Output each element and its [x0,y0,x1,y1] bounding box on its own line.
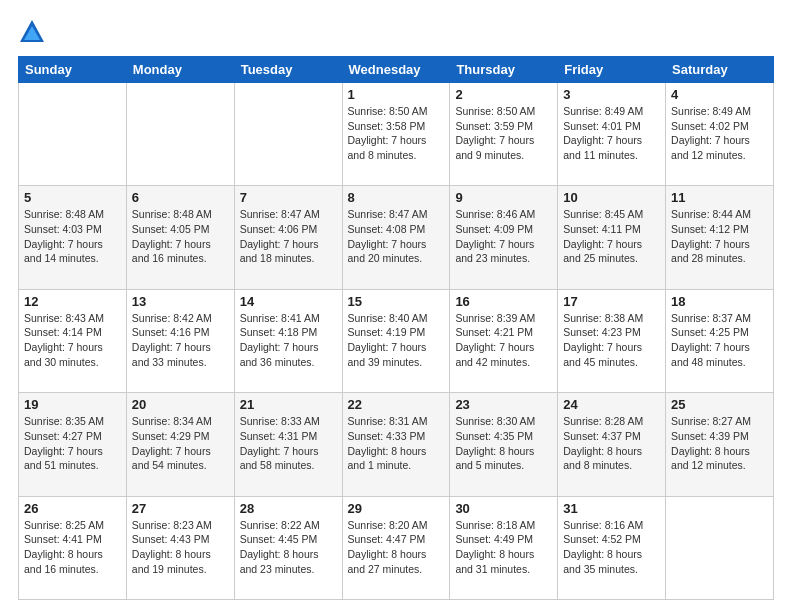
calendar-cell: 9Sunrise: 8:46 AMSunset: 4:09 PMDaylight… [450,186,558,289]
day-detail: Sunrise: 8:42 AMSunset: 4:16 PMDaylight:… [132,311,229,370]
day-detail: Sunrise: 8:50 AMSunset: 3:58 PMDaylight:… [348,104,445,163]
day-detail: Sunrise: 8:16 AMSunset: 4:52 PMDaylight:… [563,518,660,577]
day-detail: Sunrise: 8:41 AMSunset: 4:18 PMDaylight:… [240,311,337,370]
calendar-body: 1Sunrise: 8:50 AMSunset: 3:58 PMDaylight… [19,83,774,600]
day-detail: Sunrise: 8:31 AMSunset: 4:33 PMDaylight:… [348,414,445,473]
calendar-cell: 30Sunrise: 8:18 AMSunset: 4:49 PMDayligh… [450,496,558,599]
day-header-saturday: Saturday [666,57,774,83]
calendar-cell: 23Sunrise: 8:30 AMSunset: 4:35 PMDayligh… [450,393,558,496]
calendar-cell: 18Sunrise: 8:37 AMSunset: 4:25 PMDayligh… [666,289,774,392]
day-detail: Sunrise: 8:38 AMSunset: 4:23 PMDaylight:… [563,311,660,370]
day-detail: Sunrise: 8:37 AMSunset: 4:25 PMDaylight:… [671,311,768,370]
calendar-cell: 16Sunrise: 8:39 AMSunset: 4:21 PMDayligh… [450,289,558,392]
day-number: 21 [240,397,337,412]
day-number: 31 [563,501,660,516]
calendar-cell: 8Sunrise: 8:47 AMSunset: 4:08 PMDaylight… [342,186,450,289]
calendar-cell: 4Sunrise: 8:49 AMSunset: 4:02 PMDaylight… [666,83,774,186]
day-number: 7 [240,190,337,205]
day-number: 25 [671,397,768,412]
calendar-cell: 14Sunrise: 8:41 AMSunset: 4:18 PMDayligh… [234,289,342,392]
day-number: 11 [671,190,768,205]
day-detail: Sunrise: 8:48 AMSunset: 4:03 PMDaylight:… [24,207,121,266]
calendar-cell: 17Sunrise: 8:38 AMSunset: 4:23 PMDayligh… [558,289,666,392]
day-detail: Sunrise: 8:45 AMSunset: 4:11 PMDaylight:… [563,207,660,266]
calendar-cell: 25Sunrise: 8:27 AMSunset: 4:39 PMDayligh… [666,393,774,496]
calendar-cell: 19Sunrise: 8:35 AMSunset: 4:27 PMDayligh… [19,393,127,496]
day-detail: Sunrise: 8:25 AMSunset: 4:41 PMDaylight:… [24,518,121,577]
calendar-cell: 3Sunrise: 8:49 AMSunset: 4:01 PMDaylight… [558,83,666,186]
calendar-week-2: 5Sunrise: 8:48 AMSunset: 4:03 PMDaylight… [19,186,774,289]
calendar-cell: 13Sunrise: 8:42 AMSunset: 4:16 PMDayligh… [126,289,234,392]
day-header-friday: Friday [558,57,666,83]
logo-icon [18,18,46,46]
day-number: 18 [671,294,768,309]
day-number: 16 [455,294,552,309]
day-number: 24 [563,397,660,412]
page: SundayMondayTuesdayWednesdayThursdayFrid… [0,0,792,612]
calendar-week-3: 12Sunrise: 8:43 AMSunset: 4:14 PMDayligh… [19,289,774,392]
calendar-cell: 21Sunrise: 8:33 AMSunset: 4:31 PMDayligh… [234,393,342,496]
header [18,18,774,46]
day-detail: Sunrise: 8:49 AMSunset: 4:02 PMDaylight:… [671,104,768,163]
calendar-cell: 22Sunrise: 8:31 AMSunset: 4:33 PMDayligh… [342,393,450,496]
day-number: 17 [563,294,660,309]
calendar-cell: 5Sunrise: 8:48 AMSunset: 4:03 PMDaylight… [19,186,127,289]
logo [18,18,50,46]
day-detail: Sunrise: 8:50 AMSunset: 3:59 PMDaylight:… [455,104,552,163]
day-number: 3 [563,87,660,102]
day-detail: Sunrise: 8:20 AMSunset: 4:47 PMDaylight:… [348,518,445,577]
day-detail: Sunrise: 8:28 AMSunset: 4:37 PMDaylight:… [563,414,660,473]
day-detail: Sunrise: 8:48 AMSunset: 4:05 PMDaylight:… [132,207,229,266]
day-number: 9 [455,190,552,205]
calendar-cell [19,83,127,186]
calendar-cell: 15Sunrise: 8:40 AMSunset: 4:19 PMDayligh… [342,289,450,392]
day-number: 1 [348,87,445,102]
day-detail: Sunrise: 8:46 AMSunset: 4:09 PMDaylight:… [455,207,552,266]
day-number: 29 [348,501,445,516]
day-detail: Sunrise: 8:33 AMSunset: 4:31 PMDaylight:… [240,414,337,473]
day-number: 13 [132,294,229,309]
day-detail: Sunrise: 8:43 AMSunset: 4:14 PMDaylight:… [24,311,121,370]
calendar-cell: 1Sunrise: 8:50 AMSunset: 3:58 PMDaylight… [342,83,450,186]
day-number: 28 [240,501,337,516]
day-number: 23 [455,397,552,412]
calendar-cell: 31Sunrise: 8:16 AMSunset: 4:52 PMDayligh… [558,496,666,599]
calendar-cell [234,83,342,186]
day-header-tuesday: Tuesday [234,57,342,83]
day-number: 5 [24,190,121,205]
day-number: 15 [348,294,445,309]
calendar-cell [666,496,774,599]
calendar-cell: 27Sunrise: 8:23 AMSunset: 4:43 PMDayligh… [126,496,234,599]
calendar-week-5: 26Sunrise: 8:25 AMSunset: 4:41 PMDayligh… [19,496,774,599]
day-number: 22 [348,397,445,412]
calendar-cell: 29Sunrise: 8:20 AMSunset: 4:47 PMDayligh… [342,496,450,599]
day-number: 10 [563,190,660,205]
day-number: 30 [455,501,552,516]
calendar-cell: 12Sunrise: 8:43 AMSunset: 4:14 PMDayligh… [19,289,127,392]
day-header-thursday: Thursday [450,57,558,83]
day-detail: Sunrise: 8:47 AMSunset: 4:08 PMDaylight:… [348,207,445,266]
day-number: 6 [132,190,229,205]
day-number: 19 [24,397,121,412]
day-number: 12 [24,294,121,309]
calendar-cell: 2Sunrise: 8:50 AMSunset: 3:59 PMDaylight… [450,83,558,186]
day-number: 27 [132,501,229,516]
calendar-cell: 26Sunrise: 8:25 AMSunset: 4:41 PMDayligh… [19,496,127,599]
calendar-cell: 11Sunrise: 8:44 AMSunset: 4:12 PMDayligh… [666,186,774,289]
day-detail: Sunrise: 8:47 AMSunset: 4:06 PMDaylight:… [240,207,337,266]
day-number: 26 [24,501,121,516]
calendar-week-1: 1Sunrise: 8:50 AMSunset: 3:58 PMDaylight… [19,83,774,186]
day-detail: Sunrise: 8:18 AMSunset: 4:49 PMDaylight:… [455,518,552,577]
calendar-week-4: 19Sunrise: 8:35 AMSunset: 4:27 PMDayligh… [19,393,774,496]
day-number: 8 [348,190,445,205]
calendar-cell: 10Sunrise: 8:45 AMSunset: 4:11 PMDayligh… [558,186,666,289]
calendar-cell: 24Sunrise: 8:28 AMSunset: 4:37 PMDayligh… [558,393,666,496]
day-detail: Sunrise: 8:35 AMSunset: 4:27 PMDaylight:… [24,414,121,473]
day-number: 20 [132,397,229,412]
day-number: 2 [455,87,552,102]
day-detail: Sunrise: 8:22 AMSunset: 4:45 PMDaylight:… [240,518,337,577]
day-header-monday: Monday [126,57,234,83]
calendar-cell: 7Sunrise: 8:47 AMSunset: 4:06 PMDaylight… [234,186,342,289]
day-detail: Sunrise: 8:44 AMSunset: 4:12 PMDaylight:… [671,207,768,266]
day-detail: Sunrise: 8:23 AMSunset: 4:43 PMDaylight:… [132,518,229,577]
